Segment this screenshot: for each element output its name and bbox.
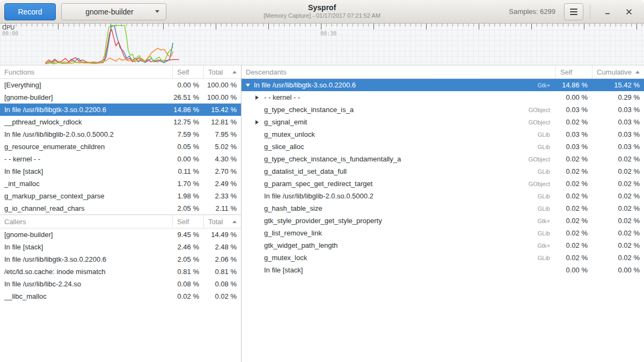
table-row[interactable]: g_markup_parse_context_parse1.98 %2.33 % — [0, 190, 241, 202]
table-row[interactable]: g_datalist_id_set_data_fullGLib0.02 %0.0… — [241, 165, 644, 178]
self-value: 0.08 % — [172, 278, 203, 290]
cumulative-value: 0.02 % — [592, 190, 644, 202]
table-row[interactable]: g_slice_allocGLib0.03 %0.03 % — [241, 141, 644, 153]
table-row[interactable]: g_io_channel_read_chars2.05 %2.11 % — [0, 202, 241, 215]
total-value: 2.06 % — [203, 253, 241, 265]
table-row[interactable]: g_signal_emitGObject0.02 %0.03 % — [241, 116, 644, 128]
self-value: 0.02 % — [555, 153, 592, 165]
table-row[interactable]: [gnome-builder]26.51 %100.00 % — [0, 91, 241, 104]
cpu-graph[interactable]: CPU 00:00 00:30 — [0, 24, 644, 65]
self-value: 0.02 % — [555, 202, 592, 215]
table-row[interactable]: In file [stack]2.46 %2.48 % — [0, 241, 241, 253]
descendant-name-cell: In file /usr/lib/libgtk-3.so.0.2200.6Gtk… — [241, 79, 555, 91]
descendant-name-label: g_hash_table_size — [264, 204, 322, 212]
column-header-self[interactable]: Self — [555, 65, 592, 78]
table-row[interactable]: /etc/ld.so.cache: inode mismatch0.81 %0.… — [0, 265, 241, 278]
record-button[interactable]: Record — [4, 3, 56, 20]
category-badge: GObject — [529, 181, 555, 187]
table-row[interactable]: - - kernel - -0.00 %4.30 % — [0, 153, 241, 165]
self-value: 12.75 % — [172, 116, 203, 128]
main-area: Functions Self Total [Everything]0.00 %1… — [0, 65, 644, 362]
table-row[interactable]: g_resource_enumerate_children0.05 %5.02 … — [0, 141, 241, 153]
table-row[interactable]: - - kernel - -0.00 %0.29 % — [241, 91, 644, 104]
table-row[interactable]: g_mutex_lockGLib0.02 %0.02 % — [241, 252, 644, 264]
cumulative-value: 0.03 % — [592, 104, 644, 116]
self-value: 0.02 % — [555, 227, 592, 239]
self-value: 2.05 % — [172, 253, 203, 265]
table-row[interactable]: g_hash_table_sizeGLib0.02 %0.02 % — [241, 202, 644, 215]
callers-table-header: Callers Self Total — [0, 215, 241, 228]
menu-button[interactable] — [564, 3, 583, 20]
descendant-name-cell: g_type_check_instance_is_aGObject — [241, 104, 555, 116]
close-icon — [625, 8, 633, 16]
table-row[interactable]: In file /usr/lib/libgtk-3.so.0.2200.614.… — [0, 104, 241, 116]
table-row[interactable]: gtk_widget_path_lengthGtk+0.02 %0.02 % — [241, 239, 644, 252]
table-row[interactable]: g_type_check_instance_is_fundamentally_a… — [241, 153, 644, 165]
column-header-total[interactable]: Total — [203, 65, 241, 78]
table-row[interactable]: _int_malloc1.70 %2.49 % — [0, 178, 241, 190]
cumulative-value: 0.29 % — [592, 91, 644, 104]
table-row[interactable]: gtk_style_provider_get_style_propertyGtk… — [241, 215, 644, 227]
category-badge: Gtk+ — [537, 218, 555, 224]
descendant-name-label: In file /usr/lib/libglib-2.0.so.0.5000.2 — [264, 192, 374, 200]
table-row[interactable]: In file /usr/lib/libgtk-3.so.0.2200.6Gtk… — [241, 79, 644, 91]
table-row[interactable]: g_mutex_unlockGLib0.03 %0.03 % — [241, 128, 644, 141]
column-header-self[interactable]: Self — [172, 65, 203, 78]
table-row[interactable]: __pthread_rwlock_rdlock12.75 %12.81 % — [0, 116, 241, 128]
total-value: 100.00 % — [203, 91, 241, 104]
column-header-total[interactable]: Total — [203, 215, 241, 228]
table-row[interactable]: [gnome-builder]9.45 %14.49 % — [0, 228, 241, 241]
table-row[interactable]: __libc_malloc0.02 %0.02 % — [0, 290, 241, 302]
time-ruler — [0, 24, 644, 31]
category-badge: GObject — [529, 156, 555, 162]
total-value: 0.81 % — [203, 265, 241, 278]
function-name-cell: _int_malloc — [0, 178, 172, 190]
expander-spacer — [255, 245, 260, 246]
column-header-callers[interactable]: Callers — [0, 215, 172, 228]
self-value: 2.46 % — [172, 241, 203, 253]
expander-closed-icon[interactable] — [255, 120, 259, 124]
column-header-functions[interactable]: Functions — [0, 65, 172, 78]
descendant-name-cell: g_mutex_unlockGLib — [241, 128, 555, 141]
descendant-name-label: g_list_remove_link — [264, 229, 322, 237]
function-name-cell: In file /usr/lib/libgtk-3.so.0.2200.6 — [0, 253, 172, 265]
expander-open-icon[interactable] — [246, 84, 250, 87]
self-value: 14.86 % — [555, 79, 592, 91]
self-value: 0.02 % — [555, 215, 592, 227]
table-row[interactable]: In file [stack]0.11 %2.70 % — [0, 165, 241, 178]
expander-spacer — [255, 159, 260, 159]
cumulative-value: 0.03 % — [592, 141, 644, 153]
functions-table-header: Functions Self Total — [0, 65, 241, 79]
self-value: 9.45 % — [172, 228, 203, 241]
descendant-name-cell: In file [stack] — [241, 264, 555, 276]
table-row[interactable]: In file [stack]0.00 %0.00 % — [241, 264, 644, 276]
total-value: 12.81 % — [203, 116, 241, 128]
process-selector[interactable]: gnome-builder — [61, 3, 166, 20]
category-badge: Gtk+ — [537, 82, 555, 88]
table-row[interactable]: g_type_check_instance_is_aGObject0.03 %0… — [241, 104, 644, 116]
column-header-self[interactable]: Self — [172, 215, 203, 228]
window-subtitle: [Memory Capture] - 01/17/2017 07:21:52 A… — [264, 12, 380, 20]
function-name-cell: g_io_channel_read_chars — [0, 202, 172, 215]
minimize-button[interactable] — [600, 4, 615, 19]
table-row[interactable]: g_list_remove_linkGLib0.02 %0.02 % — [241, 227, 644, 239]
expander-closed-icon[interactable] — [255, 95, 259, 100]
self-value: 0.03 % — [555, 128, 592, 141]
expander-spacer — [255, 146, 260, 147]
descendant-name-label: g_param_spec_get_redirect_target — [264, 180, 372, 188]
column-header-cumulative[interactable]: Cumulative — [592, 65, 644, 78]
descendant-name-cell: gtk_style_provider_get_style_propertyGtk… — [241, 215, 555, 227]
self-value: 0.11 % — [172, 165, 203, 178]
table-row[interactable]: In file /usr/lib/libc-2.24.so0.08 %0.08 … — [0, 278, 241, 290]
table-row[interactable]: In file /usr/lib/libglib-2.0.so.0.5000.2… — [0, 128, 241, 141]
close-button[interactable] — [621, 4, 636, 19]
table-row[interactable]: In file /usr/lib/libglib-2.0.so.0.5000.2… — [241, 190, 644, 202]
column-header-descendants[interactable]: Descendants — [241, 65, 555, 78]
table-row[interactable]: In file /usr/lib/libgtk-3.so.0.2200.62.0… — [0, 253, 241, 265]
table-row[interactable]: [Everything]0.00 %100.00 % — [0, 79, 241, 91]
cumulative-value: 0.00 % — [592, 264, 644, 276]
sysprof-window: Record gnome-builder Sysprof [Memory Cap… — [0, 0, 644, 362]
category-badge: GLib — [538, 168, 555, 175]
table-row[interactable]: g_param_spec_get_redirect_targetGObject0… — [241, 178, 644, 190]
self-value: 0.03 % — [555, 104, 592, 116]
